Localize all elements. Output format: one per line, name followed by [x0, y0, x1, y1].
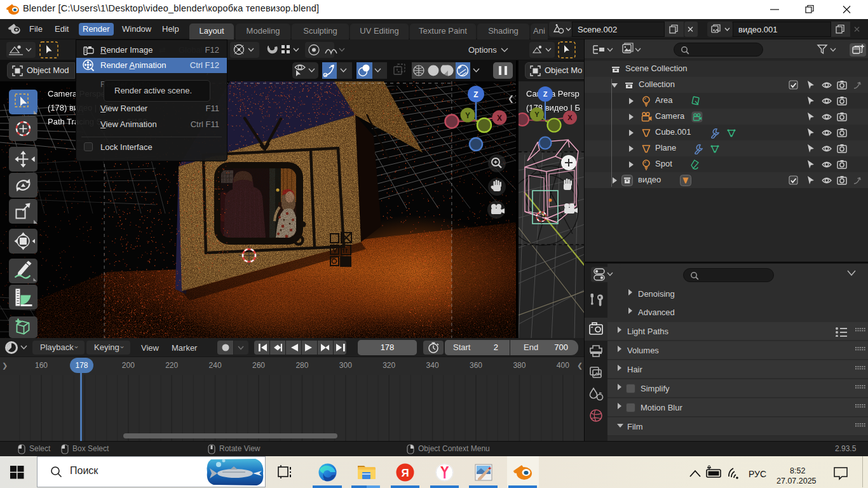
svg-text:Z: Z: [473, 90, 478, 99]
svg-text:X: X: [567, 114, 573, 121]
svg-text:8:52: 8:52: [790, 466, 805, 475]
svg-text:Y: Y: [534, 111, 539, 118]
svg-text:X: X: [497, 114, 502, 123]
svg-text:Y: Y: [465, 111, 470, 120]
svg-text:Z: Z: [543, 90, 548, 98]
svg-text:РУС: РУС: [749, 469, 766, 479]
svg-text:❮❯: ❮❯: [508, 94, 516, 103]
svg-text:Я: Я: [401, 467, 409, 479]
svg-text:27.07.2025: 27.07.2025: [776, 477, 817, 485]
